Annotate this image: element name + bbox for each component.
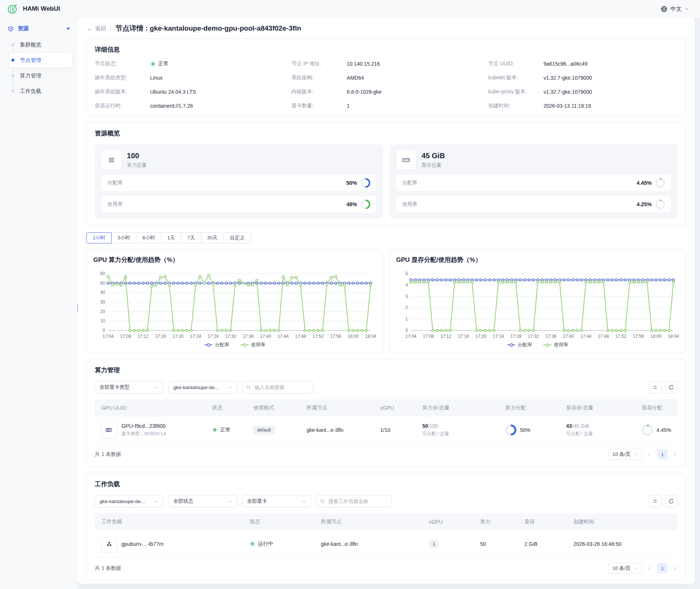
compute-total-card: 100 算力总量 分配率 50% — [95, 144, 383, 219]
gpu-table-row: GPU-f9cd...23f800 显卡类型：NVIDIA L4 正常 defa… — [95, 416, 678, 444]
alloc-donut — [655, 178, 665, 188]
gpu-table-header: GPU UUID 状态 使用模式 所属节点 vGPU 算力余/总量 算力分配 显… — [95, 399, 678, 416]
field-kube-proxy-version: kube-proxy 版本: v1.32.7-gke.1079000 — [488, 89, 678, 95]
memory-usage-row: 使用率 4.25% — [396, 196, 671, 213]
column-settings-button[interactable] — [649, 495, 661, 507]
compute-filters: 全部显卡类型 gke-kantaloupe-de... — [95, 381, 678, 394]
svg-text:17:44: 17:44 — [581, 334, 592, 339]
sidebar-submenu: 集群概览 节点管理 算力管理 工作负载 — [9, 37, 72, 98]
next-page-button[interactable] — [673, 566, 678, 571]
legend-usage[interactable]: 使用率 — [543, 342, 568, 348]
gpu-pagination: 10 条/页 1 — [608, 449, 678, 460]
next-page-button[interactable] — [673, 452, 678, 457]
tab-6h[interactable]: 6小时 — [136, 232, 162, 243]
refresh-icon — [668, 384, 674, 390]
node-select[interactable]: gke-kantaloupe-de... — [169, 381, 237, 394]
gpu-search-input[interactable] — [254, 384, 309, 391]
field-kubelet-version: kubelet 版本: v1.32.7-gke.1079000 — [488, 75, 678, 81]
svg-text:17:32: 17:32 — [225, 334, 236, 339]
gpu-type-select[interactable]: 全部显卡类型 — [95, 381, 163, 394]
gpu-vgpu: 1/10 — [374, 427, 416, 433]
field-os-type: 操作系统类型: Linux — [95, 75, 284, 81]
svg-text:17:40: 17:40 — [260, 334, 271, 339]
sidebar-resize-handle[interactable] — [77, 304, 78, 312]
svg-text:18:04: 18:04 — [668, 334, 679, 339]
page-number[interactable]: 1 — [657, 449, 668, 460]
refresh-button[interactable] — [665, 381, 678, 394]
svg-text:18:00: 18:00 — [348, 334, 359, 339]
page-size-select[interactable]: 10 条/页 — [608, 563, 642, 574]
workload-node-select[interactable]: gke-kantaloupe-de... — [95, 495, 163, 507]
tab-30d[interactable]: 30天 — [201, 232, 224, 243]
svg-text:17:36: 17:36 — [545, 334, 557, 339]
page-number[interactable]: 1 — [657, 563, 668, 574]
gpu-type-label: 显卡类型：NVIDIA L4 — [121, 431, 166, 437]
workload-search-input[interactable] — [328, 498, 388, 505]
svg-text:17:04: 17:04 — [103, 334, 114, 339]
globe-icon — [661, 6, 668, 13]
sidebar-item-compute-management[interactable]: 算力管理 — [9, 68, 72, 83]
tab-custom[interactable]: 自定义 — [223, 232, 251, 243]
workload-gpu-select[interactable]: 全部显卡 — [242, 495, 311, 507]
gpu-name-link[interactable]: GPU-f9cd...23f800 — [121, 423, 166, 429]
compute-total-label: 算力总量 — [127, 162, 147, 169]
tab-3h[interactable]: 3小时 — [111, 232, 137, 243]
app-title: HAMi WebUI — [23, 5, 60, 13]
svg-text:17:56: 17:56 — [330, 334, 341, 339]
svg-text:17:36: 17:36 — [243, 334, 254, 339]
timeline-dot — [11, 43, 14, 46]
workload-status-select[interactable]: 全部状态 — [169, 495, 237, 507]
details-title: 详细信息 — [95, 45, 678, 54]
compute-management-title: 算力管理 — [95, 366, 678, 374]
mem-ratio-cell: 43/45 GiB 可分配 / 总量 — [559, 423, 635, 437]
time-range-tabs: 1小时 3小时 6小时 1天 7天 30天 自定义 — [86, 232, 251, 243]
chevron-down-icon — [634, 567, 638, 570]
svg-text:18:00: 18:00 — [651, 334, 662, 339]
field-arch: 系统架构: AMD64 — [291, 75, 481, 81]
chevron-down-icon — [228, 499, 232, 503]
svg-text:17:20: 17:20 — [173, 334, 184, 339]
chevron-down-icon — [685, 7, 689, 11]
tab-7d[interactable]: 7天 — [181, 232, 201, 243]
memory-icon — [396, 150, 416, 170]
workload-name-link[interactable]: gpuburn-...-lb77m — [121, 541, 163, 547]
compute-usage-row: 使用率 48% — [101, 196, 376, 213]
prev-page-button[interactable] — [647, 566, 652, 571]
svg-text:17:48: 17:48 — [295, 334, 306, 339]
svg-text:17:16: 17:16 — [155, 334, 166, 339]
sidebar-item-cluster-overview[interactable]: 集群概览 — [9, 37, 72, 52]
page-size-select[interactable]: 10 条/页 — [608, 449, 642, 460]
prev-page-button[interactable] — [647, 452, 652, 457]
language-switcher[interactable]: 中文 — [661, 6, 689, 13]
mem-alloc-cell: 4.45% — [635, 425, 678, 436]
svg-text:17:12: 17:12 — [440, 334, 451, 339]
tab-1d[interactable]: 1天 — [161, 232, 181, 243]
legend-marker-blue — [204, 343, 212, 347]
timeline-dot — [11, 74, 14, 77]
refresh-button[interactable] — [665, 495, 678, 507]
tab-1h[interactable]: 1小时 — [86, 232, 112, 243]
sidebar-item-node-management[interactable]: 节点管理 — [9, 53, 72, 67]
svg-text:5: 5 — [405, 271, 408, 276]
memory-trend-chart-card: GPU 显存分配/使用趋势（%） 01234517:0417:0817:1217… — [389, 249, 686, 353]
details-grid: 节点状态: 正常 节点 IP 地址: 10.140.15.216 节点 UUID… — [95, 60, 678, 109]
svg-text:50: 50 — [100, 281, 105, 286]
shell: 资源 集群概览 节点管理 算力管理 工作负载 — [0, 18, 700, 589]
back-button[interactable]: ← 返回 — [86, 25, 106, 32]
legend-alloc[interactable]: 分配率 — [507, 342, 532, 348]
legend-usage[interactable]: 使用率 — [240, 342, 266, 348]
svg-text:1: 1 — [405, 316, 408, 322]
sidebar-item-label: 集群概览 — [20, 41, 41, 48]
column-settings-button[interactable] — [649, 381, 661, 394]
sidebar-item-workloads[interactable]: 工作负载 — [9, 84, 72, 98]
field-node-status: 节点状态: 正常 — [95, 60, 284, 67]
page-title: 节点详情 : gke-kantaloupe-demo-gpu-pool-a843… — [115, 24, 301, 33]
memory-trend-chart: 01234517:0417:0817:1217:1617:2017:2417:2… — [396, 270, 679, 340]
brand: HAMi WebUI — [7, 3, 60, 15]
svg-text:10: 10 — [100, 318, 105, 323]
chevron-down-icon — [155, 499, 159, 503]
sidebar-group-resources[interactable]: 资源 — [6, 22, 72, 37]
svg-text:17:24: 17:24 — [190, 334, 201, 339]
legend-alloc[interactable]: 分配率 — [204, 342, 229, 348]
page-header: ← 返回 节点详情 : gke-kantaloupe-demo-gpu-pool… — [86, 18, 686, 38]
